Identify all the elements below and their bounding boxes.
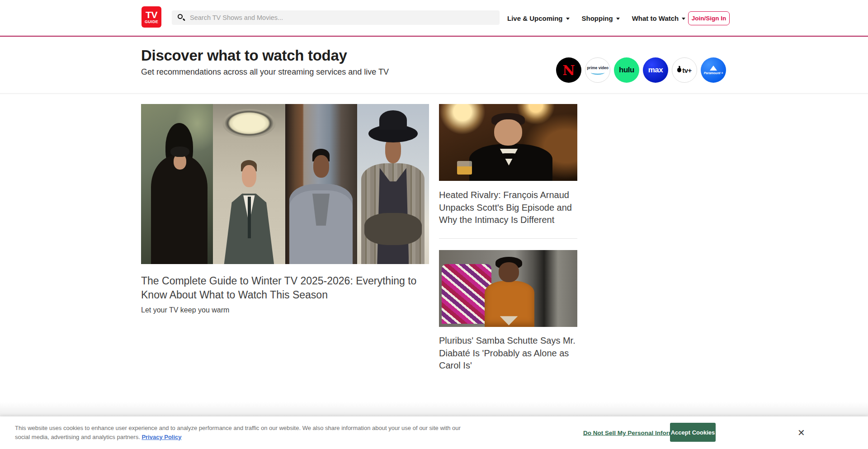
logo-text-tv: TV [146, 10, 157, 19]
side-article-title[interactable]: Heated Rivalry: François Arnaud Unpacks … [439, 189, 579, 227]
search-bar[interactable] [172, 10, 500, 25]
hero-section: Discover what to watch today Get recomme… [0, 38, 868, 94]
search-icon [177, 14, 185, 22]
footer-top-edge [0, 402, 868, 416]
paramount-mountain-icon [710, 66, 717, 71]
feature-article-image[interactable] [141, 104, 429, 264]
chevron-down-icon [566, 18, 570, 20]
collage-panel-suited-man [213, 104, 285, 264]
cookie-consent-banner: This website uses cookies to enhance use… [0, 416, 868, 449]
top-navigation-bar: TV GUIDE Live & Upcoming Shopping What t… [0, 0, 868, 37]
tvguide-homepage: TV GUIDE Live & Upcoming Shopping What t… [0, 0, 868, 449]
apple-tv-plus-icon[interactable]: tv+ [672, 57, 697, 83]
nav-item-shopping[interactable]: Shopping [582, 14, 620, 22]
prime-video-icon[interactable]: prime video [585, 57, 610, 83]
hulu-icon[interactable]: hulu [614, 57, 639, 83]
logo-text-guide: GUIDE [145, 19, 158, 24]
side-article-image-pluribus[interactable] [439, 250, 577, 327]
nav-item-live-upcoming[interactable]: Live & Upcoming [507, 14, 570, 22]
accept-cookies-button[interactable]: Accept Cookies [670, 423, 716, 442]
search-input[interactable] [190, 14, 494, 21]
privacy-policy-link[interactable]: Privacy Policy [142, 434, 181, 440]
paramount-plus-icon[interactable]: Paramount + [701, 57, 726, 83]
netflix-icon[interactable]: N [556, 57, 581, 83]
collage-panel-veiled-woman [141, 104, 213, 264]
feature-article-title[interactable]: The Complete Guide to Winter TV 2025-202… [141, 274, 439, 302]
prime-smile-arrow [591, 71, 604, 75]
chevron-down-icon [616, 18, 620, 20]
page-title: Discover what to watch today [141, 47, 347, 64]
join-sign-in-button[interactable]: Join/Sign In [688, 11, 730, 25]
side-column-divider [439, 238, 577, 239]
side-article-image-heated-rivalry[interactable] [439, 104, 577, 181]
max-icon[interactable]: max [643, 57, 668, 83]
chevron-down-icon [682, 18, 685, 20]
side-article-title[interactable]: Pluribus' Samba Schutte Says Mr. Diabaté… [439, 335, 579, 372]
page-subtitle: Get recommendations across all your stre… [141, 67, 389, 77]
collage-panel-cowboy [357, 104, 429, 264]
cookie-message: This website uses cookies to enhance use… [15, 424, 474, 441]
tvguide-logo[interactable]: TV GUIDE [142, 6, 161, 28]
apple-logo-icon [677, 68, 681, 72]
nav-item-what-to-watch[interactable]: What to Watch [632, 14, 686, 22]
collage-panel-trench-coat-woman [285, 104, 357, 264]
streaming-services-row: N prime video hulu max tv+ Paramount + [556, 57, 726, 83]
close-icon[interactable]: ✕ [797, 428, 805, 437]
feature-article-deck: Let your TV keep you warm [141, 306, 229, 314]
